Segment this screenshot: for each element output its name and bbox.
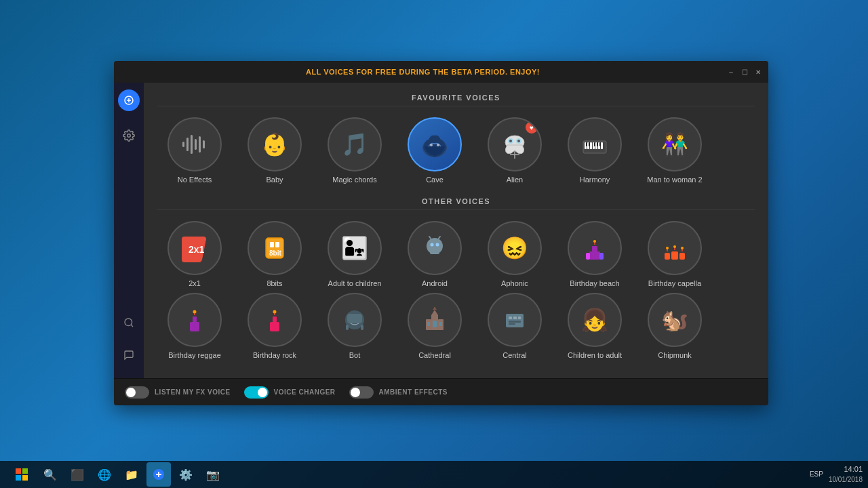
voice-item-harmony[interactable]: Harmony — [557, 117, 632, 184]
chipmunk-icon: 🐿️ — [661, 309, 688, 331]
voice-circle-central[interactable] — [488, 293, 542, 347]
voice-item-2x1[interactable]: 2x1 2x1 — [157, 221, 232, 287]
toggle-listen-fx[interactable] — [125, 386, 149, 399]
voice-circle-8bits[interactable]: 8bit — [248, 221, 302, 275]
voice-label-chipmunk: Chipmunk — [658, 351, 692, 359]
window-controls: – ☐ ✕ — [726, 67, 763, 77]
voice-circle-no-effects[interactable] — [167, 117, 222, 171]
voice-circle-man-to-woman[interactable]: 👫 — [648, 117, 702, 171]
voice-item-magic-chords[interactable]: 🎵 Magic chords — [317, 117, 392, 184]
svg-rect-43 — [430, 249, 439, 254]
svg-point-42 — [436, 243, 439, 247]
svg-rect-82 — [509, 317, 512, 319]
voice-item-cathedral[interactable]: Cathedral — [397, 293, 472, 359]
svg-rect-90 — [22, 475, 28, 481]
voice-item-adult-to-children[interactable]: 👨‍👧 Adult to children — [317, 221, 392, 287]
voice-label-adult-to-children: Adult to children — [328, 279, 382, 287]
start-button[interactable] — [5, 464, 38, 485]
toggle-voice-changer[interactable] — [244, 386, 269, 399]
voice-item-birthday-reggae[interactable]: Birthday reggae — [157, 293, 232, 359]
voice-circle-baby[interactable]: 👶 — [248, 117, 302, 171]
voice-item-central[interactable]: Central — [477, 293, 552, 359]
voice-item-aphonic[interactable]: 😖 Aphonic — [477, 221, 552, 287]
taskbar-app3[interactable]: 📷 — [201, 462, 225, 487]
voice-label-aphonic: Aphonic — [501, 279, 528, 287]
svg-rect-32 — [594, 142, 595, 146]
svg-rect-66 — [273, 317, 277, 322]
toggle-ambient[interactable] — [349, 386, 374, 399]
voice-item-android[interactable]: Android — [397, 221, 472, 287]
taskbar-sys-tray: ESP 14:01 10/01/2018 — [810, 464, 863, 484]
voice-circle-android[interactable] — [408, 221, 462, 275]
voice-item-birthday-rock[interactable]: Birthday rock — [237, 293, 312, 359]
sidebar-search-icon[interactable] — [118, 312, 140, 333]
voice-circle-magic-chords[interactable]: 🎵 — [328, 117, 382, 171]
voice-circle-birthday-beach[interactable] — [568, 221, 622, 275]
svg-point-68 — [273, 310, 277, 314]
sidebar-chat-icon[interactable] — [118, 344, 140, 366]
voice-item-birthday-capella[interactable]: Birthday capella — [637, 221, 712, 287]
close-button[interactable]: ✕ — [753, 67, 763, 77]
svg-rect-62 — [193, 317, 197, 322]
svg-rect-31 — [589, 142, 590, 146]
voice-circle-bot[interactable] — [328, 293, 382, 347]
svg-rect-74 — [361, 325, 363, 330]
voice-item-children-to-adult[interactable]: 👧 Children to adult — [557, 293, 632, 359]
voice-circle-birthday-capella[interactable] — [648, 221, 702, 275]
maximize-button[interactable]: ☐ — [740, 67, 749, 77]
voice-label-magic-chords: Magic chords — [332, 176, 376, 184]
taskbar-edge[interactable]: 🌐 — [92, 462, 117, 487]
voice-item-bot[interactable]: Bot — [317, 293, 392, 359]
sidebar-settings-icon[interactable] — [118, 125, 140, 146]
toggle-group-ambient: AMBIENT EFFECTS — [349, 386, 448, 399]
voice-circle-harmony[interactable] — [568, 117, 622, 171]
voice-item-alien[interactable]: ♥ Alien — [477, 117, 552, 184]
voice-item-8bits[interactable]: 8bit 8bits — [237, 221, 312, 287]
voice-label-harmony: Harmony — [580, 176, 610, 184]
voice-item-man-to-woman[interactable]: 👫 Man to woman 2 — [637, 117, 712, 184]
svg-rect-10 — [199, 136, 201, 152]
aphonic-icon: 😖 — [501, 237, 528, 259]
voice-circle-2x1[interactable]: 2x1 — [167, 221, 222, 275]
svg-rect-29 — [601, 142, 603, 149]
svg-line-45 — [438, 237, 440, 239]
toggle-group-fx: LISTEN MY FX VOICE — [125, 386, 231, 399]
voice-item-chipmunk[interactable]: 🐿️ Chipmunk — [637, 293, 712, 359]
taskbar-task-view[interactable]: ⬛ — [65, 462, 90, 487]
toggle-knob-ambient — [351, 388, 360, 397]
toggle-label-voice-changer: VOICE CHANGER — [274, 388, 336, 396]
taskbar-app1[interactable] — [146, 462, 171, 487]
svg-line-44 — [429, 237, 431, 239]
app-window: ALL VOICES FOR FREE DURING THE BETA PERI… — [114, 61, 768, 405]
voice-label-birthday-beach: Birthday beach — [570, 279, 619, 287]
desktop: ALL VOICES FOR FREE DURING THE BETA PERI… — [0, 0, 868, 488]
svg-rect-61 — [190, 322, 199, 331]
voice-circle-chipmunk[interactable]: 🐿️ — [648, 293, 702, 347]
voice-circle-birthday-rock[interactable] — [248, 293, 302, 347]
voice-item-baby[interactable]: 👶 Baby — [237, 117, 312, 184]
voice-circle-cave[interactable] — [408, 117, 462, 171]
taskbar-app2[interactable]: ⚙️ — [174, 462, 198, 487]
svg-rect-86 — [509, 323, 515, 325]
svg-rect-54 — [679, 253, 685, 260]
voice-item-birthday-beach[interactable]: Birthday beach — [557, 221, 632, 287]
favourite-section-header: FAVOURITE VOICES — [157, 94, 755, 106]
voice-circle-aphonic[interactable]: 😖 — [488, 221, 542, 275]
svg-rect-6 — [182, 142, 184, 147]
svg-point-60 — [681, 247, 684, 249]
voice-circle-adult-to-children[interactable]: 👨‍👧 — [328, 221, 382, 275]
voice-item-cave[interactable]: Cave — [397, 117, 472, 184]
svg-rect-88 — [22, 468, 28, 474]
taskbar-search[interactable]: 🔍 — [38, 462, 62, 487]
voice-circle-birthday-reggae[interactable] — [167, 293, 222, 347]
voice-item-no-effects[interactable]: No Effects — [157, 117, 232, 184]
voice-circle-alien[interactable]: ♥ — [488, 117, 542, 171]
svg-rect-50 — [586, 253, 590, 260]
svg-rect-78 — [427, 322, 430, 326]
svg-point-59 — [666, 247, 669, 249]
taskbar-files[interactable]: 📁 — [119, 462, 144, 487]
voice-circle-cathedral[interactable] — [408, 293, 462, 347]
svg-point-64 — [193, 310, 197, 314]
voice-circle-children-to-adult[interactable]: 👧 — [568, 293, 622, 347]
minimize-button[interactable]: – — [726, 67, 736, 77]
